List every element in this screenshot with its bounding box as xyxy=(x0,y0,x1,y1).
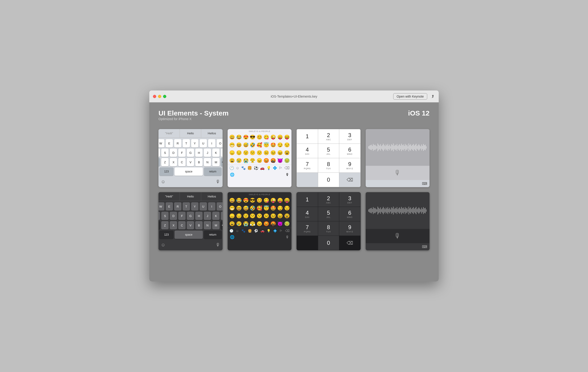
emoji-cell-dark[interactable]: 🤢 xyxy=(284,220,290,227)
emoji-cell-dark[interactable]: 😩 xyxy=(229,220,235,227)
key-u[interactable]: U xyxy=(200,139,207,147)
emoji-symbols-dark[interactable]: 💠 xyxy=(273,229,277,233)
key-t-dark[interactable]: T xyxy=(183,202,190,211)
key-r[interactable]: R xyxy=(174,139,181,147)
emoji-cell-dark[interactable]: 😂 xyxy=(236,196,242,204)
emoji-food-dark[interactable]: 🍔 xyxy=(248,229,252,233)
key-y-dark[interactable]: Y xyxy=(191,202,199,211)
numpad-key-7[interactable]: 7 PQRS xyxy=(297,158,318,172)
emoji-cell-dark[interactable]: 😤 xyxy=(250,220,256,227)
key-g[interactable]: G xyxy=(187,149,194,157)
numpad-key-6[interactable]: 6 MNO xyxy=(339,144,360,158)
emoji-activity-icon[interactable]: ⚽ xyxy=(254,166,258,170)
numpad-key-5-dark[interactable]: 5 JKL xyxy=(318,207,339,221)
numpad-delete-dark[interactable]: ⌫ xyxy=(339,236,360,250)
mic-icon-emoji-dark[interactable]: 🎙 xyxy=(285,235,289,239)
emoji-objects-icon[interactable]: 💡 xyxy=(266,166,271,170)
key-f-dark[interactable]: F xyxy=(178,212,186,220)
emoji-cell[interactable]: 😇 xyxy=(263,141,270,149)
emoji-cell-dark[interactable]: 😇 xyxy=(263,204,270,212)
key-delete-dark[interactable]: ⌫ xyxy=(221,221,222,229)
emoji-cell[interactable]: 😡 xyxy=(263,157,270,164)
numpad-key-3-dark[interactable]: 3 DEF xyxy=(339,192,360,207)
share-icon[interactable]: ⮭︎ xyxy=(431,94,435,99)
numpad-key-3[interactable]: 3 DEF xyxy=(339,129,360,144)
suggestion-hello-light[interactable]: Hello xyxy=(180,129,201,138)
key-r-dark[interactable]: R xyxy=(174,202,181,211)
keyboard-icon-voice-light[interactable]: ⌨ xyxy=(422,181,427,186)
emoji-cell-dark[interactable]: 😠 xyxy=(256,220,263,227)
close-button[interactable] xyxy=(153,95,156,98)
emoji-flags-dark[interactable]: 🏳 xyxy=(279,229,283,233)
key-l-dark[interactable]: L xyxy=(221,212,222,220)
emoji-symbols-icon[interactable]: 💠 xyxy=(273,166,277,170)
emoji-cell[interactable]: 😈 xyxy=(277,157,283,164)
key-z-dark[interactable]: Z xyxy=(161,221,168,229)
emoji-cell-dark[interactable]: 😞 xyxy=(229,212,235,219)
key-x-dark[interactable]: X xyxy=(170,221,177,229)
maximize-button[interactable] xyxy=(163,95,166,98)
key-e-dark[interactable]: E xyxy=(166,202,173,211)
numpad-key-7-dark[interactable]: 7 PQRS xyxy=(297,221,318,236)
key-s[interactable]: S xyxy=(161,149,168,157)
emoji-cell[interactable]: 😠 xyxy=(256,157,263,164)
key-123-dark[interactable]: 123 xyxy=(159,231,173,239)
key-f[interactable]: F xyxy=(178,149,186,157)
key-l[interactable]: L xyxy=(221,149,222,157)
key-space-light[interactable]: space xyxy=(175,167,203,176)
emoji-cell-dark[interactable]: 😀 xyxy=(229,196,235,204)
key-k[interactable]: K xyxy=(212,149,220,157)
numpad-key-2[interactable]: 2 ABC xyxy=(318,129,339,144)
emoji-cell[interactable]: 😢 xyxy=(236,157,242,164)
emoji-cell-dark[interactable]: 😫 xyxy=(284,212,290,219)
key-n[interactable]: N xyxy=(204,158,211,166)
key-j-dark[interactable]: J xyxy=(204,212,211,220)
key-a-dark[interactable]: A xyxy=(158,212,160,220)
emoji-cell[interactable]: 🤢 xyxy=(284,157,290,164)
emoji-cell-dark[interactable]: 😛 xyxy=(277,196,283,204)
key-u-dark[interactable]: U xyxy=(200,202,207,211)
numpad-key-0-dark[interactable]: 0 xyxy=(318,236,339,250)
mic-icon-emoji-light[interactable]: 🎙 xyxy=(285,173,289,177)
emoji-food-icon[interactable]: 🍔 xyxy=(247,166,252,170)
emoji-cell[interactable]: 😔 xyxy=(236,149,242,156)
emoji-objects-dark[interactable]: 💡 xyxy=(267,229,271,233)
emoji-cell-dark[interactable]: 😔 xyxy=(236,212,242,219)
emoji-places-dark[interactable]: 🚗 xyxy=(261,229,264,233)
key-b[interactable]: B xyxy=(195,158,203,166)
emoji-flags-icon[interactable]: 🏳 xyxy=(279,166,283,170)
emoji-cell[interactable]: 😞 xyxy=(229,149,235,156)
key-a[interactable]: A xyxy=(158,149,160,157)
numpad-key-9-dark[interactable]: 9 WXYZ xyxy=(339,221,360,236)
emoji-delete-dark[interactable]: ⌫ xyxy=(285,229,290,233)
numpad-key-0[interactable]: 0 xyxy=(318,173,339,187)
emoji-face-icon[interactable]: ☺ xyxy=(236,166,239,170)
key-shift-dark[interactable]: ⇧ xyxy=(158,221,160,229)
numpad-key-8[interactable]: 8 TUV xyxy=(318,158,339,172)
numpad-key-9[interactable]: 9 WXYZ xyxy=(339,158,360,172)
emoji-cell-dark[interactable]: 😕 xyxy=(250,212,256,219)
suggestion-hellos-light[interactable]: Hellos xyxy=(201,129,222,138)
emoji-cell[interactable]: 😤 xyxy=(250,157,256,164)
minimize-button[interactable] xyxy=(158,95,161,98)
emoji-recent-icon[interactable]: 🕐 xyxy=(230,166,234,170)
emoji-cell-dark[interactable]: 😭 xyxy=(242,220,249,227)
emoji-cell[interactable]: 😁 xyxy=(229,141,235,149)
key-delete-light[interactable]: ⌫ xyxy=(221,158,222,166)
emoji-cell[interactable]: 🤣 xyxy=(250,141,256,149)
emoji-icon-light[interactable]: ☺ xyxy=(161,179,165,184)
key-s-dark[interactable]: S xyxy=(161,212,168,220)
keyboard-icon-voice-dark[interactable]: ⌨ xyxy=(422,245,427,249)
numpad-key-1-dark[interactable]: 1 xyxy=(297,192,318,207)
key-h[interactable]: H xyxy=(195,149,203,157)
key-123-light[interactable]: 123 xyxy=(159,167,173,176)
mic-icon-dark[interactable]: 🎙 xyxy=(216,242,220,248)
emoji-cell-dark[interactable]: 🤬 xyxy=(270,220,277,227)
key-w-dark[interactable]: W xyxy=(158,202,164,211)
emoji-cell[interactable]: 😖 xyxy=(277,149,283,156)
numpad-key-2-dark[interactable]: 2 ABC xyxy=(318,192,339,207)
emoji-cell-dark[interactable]: 🙁 xyxy=(256,212,263,219)
key-h-dark[interactable]: H xyxy=(195,212,203,220)
open-keynote-button[interactable]: Open with Keynote xyxy=(393,93,427,100)
key-j[interactable]: J xyxy=(204,149,211,157)
